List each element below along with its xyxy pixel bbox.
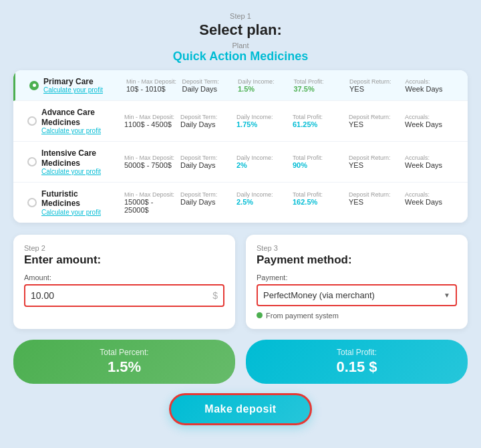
deposit-term-primary: Deposit Term: Daily Days (180, 78, 236, 93)
deposit-term-intensive: Deposit Term: Daily Days (178, 154, 234, 169)
plan-name-col-primary: Primary Care Calculate your profit (43, 77, 124, 94)
radio-col-futuristic (23, 198, 41, 207)
daily-income-val-intensive: 2% (236, 161, 287, 169)
total-profit-advance: Total Profit: 61.25% (290, 114, 346, 128)
min-max-label-primary: Min - Max Deposit: (126, 78, 177, 85)
plan-title-primary: Primary Care (43, 77, 118, 86)
daily-income-label-futuristic: Daily Income: (236, 191, 287, 198)
deposit-return-primary: Deposit Return: YES (347, 78, 403, 93)
deposit-term-label-futuristic: Deposit Term: (180, 191, 231, 198)
accruals-advance: Accruals: Week Days (402, 114, 458, 128)
plans-container: Primary Care Calculate your profit Min -… (13, 70, 468, 223)
accruals-val-primary: Week Days (406, 85, 456, 93)
calc-link-advance[interactable]: Calculate your profit (41, 127, 116, 134)
deposit-term-advance: Deposit Term: Daily Days (178, 114, 234, 128)
total-percent-value: 1.5% (27, 358, 222, 376)
radio-intensive (27, 157, 37, 166)
plan-name: Quick Action Medicines (173, 49, 308, 64)
from-payment-row: From payment system (257, 312, 457, 320)
deposit-return-val-intensive: YES (349, 161, 399, 169)
total-profit-label-intensive: Total Profit: (293, 154, 343, 161)
plan-stats-intensive: Min - Max Deposit: 5000$ - 7500$ Deposit… (122, 154, 458, 169)
step3-label: Step 3 (257, 244, 457, 252)
total-profit-val-advance: 61.25% (293, 120, 343, 128)
calc-link-primary[interactable]: Calculate your profit (43, 86, 118, 94)
min-max-intensive: Min - Max Deposit: 5000$ - 7500$ (122, 154, 178, 169)
daily-income-futuristic: Daily Income: 2.5% (234, 191, 290, 214)
amount-input[interactable] (25, 286, 223, 306)
accruals-val-intensive: Week Days (405, 161, 456, 169)
daily-income-intensive: Daily Income: 2% (234, 154, 290, 169)
accruals-val-advance: Week Days (405, 120, 456, 128)
min-max-label-advance: Min - Max Deposit: (124, 114, 175, 120)
amount-label: Amount: (24, 273, 224, 282)
total-profit-intensive: Total Profit: 90% (290, 154, 346, 169)
deposit-term-val-primary: Daily Days (182, 85, 233, 93)
min-max-val-advance: 1100$ - 4500$ (124, 120, 175, 128)
page-title: Select plan: (199, 21, 281, 39)
deposit-return-val-primary: YES (349, 85, 400, 93)
plan-name-col-advance: Advance Care Medicines Calculate your pr… (41, 108, 122, 134)
plan-row-primary[interactable]: Primary Care Calculate your profit Min -… (13, 70, 468, 101)
step1-label: Step 1 (230, 12, 251, 20)
plan-stats-futuristic: Min - Max Deposit: 15000$ - 25000$ Depos… (122, 191, 458, 214)
calc-link-intensive[interactable]: Calculate your profit (41, 168, 116, 175)
deposit-return-advance: Deposit Return: YES (346, 114, 402, 128)
min-max-primary: Min - Max Deposit: 10$ - 1010$ (124, 78, 180, 93)
payment-label: Payment: (257, 273, 457, 282)
daily-income-val-futuristic: 2.5% (236, 198, 287, 206)
min-max-label-intensive: Min - Max Deposit: (124, 154, 175, 161)
plan-name-col-futuristic: Futuristic Medicines Calculate your prof… (41, 189, 122, 216)
total-profit-val-futuristic: 162.5% (293, 198, 343, 206)
deposit-term-futuristic: Deposit Term: Daily Days (178, 191, 234, 214)
step2-title: Enter amount: (24, 253, 224, 267)
deposit-return-futuristic: Deposit Return: YES (346, 191, 402, 214)
radio-col-primary (25, 81, 43, 90)
daily-income-label-intensive: Daily Income: (236, 154, 287, 161)
deposit-return-label-primary: Deposit Return: (349, 78, 400, 85)
payment-select[interactable]: PerfectMoney (via merchant)BitcoinEthere… (258, 286, 456, 305)
total-profit-val-intensive: 90% (293, 161, 343, 169)
min-max-val-primary: 10$ - 1010$ (126, 85, 177, 93)
deposit-btn-wrap: Make deposit (169, 393, 311, 425)
plan-label: Plant (232, 41, 249, 49)
accruals-label-intensive: Accruals: (405, 154, 456, 161)
radio-advance (27, 116, 37, 126)
step2-label: Step 2 (24, 244, 224, 252)
amount-input-wrap: $ (24, 284, 224, 307)
make-deposit-button[interactable]: Make deposit (169, 393, 311, 425)
daily-income-label-primary: Daily Income: (238, 78, 289, 85)
accruals-primary: Accruals: Week Days (403, 78, 459, 93)
min-max-val-intensive: 5000$ - 7500$ (124, 161, 175, 169)
step3-title: Payment method: (257, 253, 457, 267)
plan-row-intensive[interactable]: Intensive Care Medicines Calculate your … (13, 142, 468, 183)
deposit-return-intensive: Deposit Return: YES (346, 154, 402, 169)
daily-income-val-advance: 1.75% (236, 120, 287, 128)
daily-income-val-primary: 1.5% (238, 85, 289, 93)
total-profit-label: Total Profit: (259, 348, 454, 357)
accruals-intensive: Accruals: Week Days (402, 154, 458, 169)
min-max-label-futuristic: Min - Max Deposit: (124, 191, 175, 198)
plan-title-advance: Advance Care Medicines (41, 108, 116, 127)
daily-income-primary: Daily Income: 1.5% (235, 78, 291, 93)
deposit-term-label-advance: Deposit Term: (180, 114, 231, 120)
deposit-term-val-advance: Daily Days (180, 120, 231, 128)
plan-title-futuristic: Futuristic Medicines (41, 189, 116, 209)
plan-stats-advance: Min - Max Deposit: 1100$ - 4500$ Deposit… (122, 114, 458, 128)
accruals-label-primary: Accruals: (406, 78, 456, 85)
plan-stats-primary: Min - Max Deposit: 10$ - 1010$ Deposit T… (124, 78, 458, 93)
plan-name-col-intensive: Intensive Care Medicines Calculate your … (41, 148, 122, 175)
radio-primary (29, 81, 39, 90)
total-percent-label: Total Percent: (27, 348, 222, 357)
deposit-term-val-futuristic: Daily Days (180, 198, 231, 206)
total-profit-label-futuristic: Total Profit: (293, 191, 343, 198)
plan-row-futuristic[interactable]: Futuristic Medicines Calculate your prof… (13, 183, 468, 223)
deposit-return-label-advance: Deposit Return: (349, 114, 399, 120)
calc-link-futuristic[interactable]: Calculate your profit (41, 209, 116, 216)
accruals-futuristic: Accruals: Week Days (402, 191, 458, 214)
deposit-return-val-futuristic: YES (349, 198, 399, 206)
radio-futuristic (27, 198, 37, 207)
radio-col-advance (23, 116, 41, 126)
plan-row-advance[interactable]: Advance Care Medicines Calculate your pr… (13, 101, 468, 142)
accruals-label-advance: Accruals: (405, 114, 456, 120)
